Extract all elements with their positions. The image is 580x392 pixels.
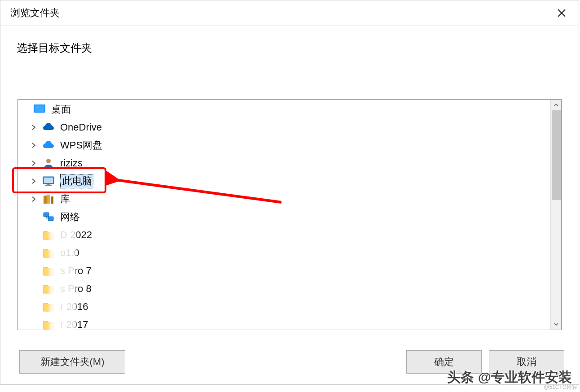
tree-item[interactable]: 此电脑: [18, 172, 550, 190]
dialog-button-row: 新建文件夹(M) 确定 取消: [19, 350, 564, 374]
tree-item-label: r 2017: [60, 319, 88, 330]
folder-icon: [42, 283, 55, 295]
tree-item-label: 网络: [60, 211, 80, 222]
cancel-button[interactable]: 取消: [489, 350, 564, 374]
tree-item[interactable]: 库: [18, 190, 550, 208]
svg-rect-11: [48, 217, 53, 221]
new-folder-label: 新建文件夹(M): [40, 355, 105, 369]
svg-rect-4: [44, 178, 53, 183]
svg-rect-9: [51, 196, 53, 204]
ok-button[interactable]: 确定: [406, 350, 482, 374]
network-icon: [42, 211, 55, 223]
tree-item[interactable]: OneDrive: [18, 118, 550, 136]
svg-rect-8: [47, 195, 50, 204]
folder-icon: [42, 229, 55, 241]
new-folder-button[interactable]: 新建文件夹(M): [19, 350, 125, 374]
scroll-down-button[interactable]: [551, 319, 561, 330]
ok-label: 确定: [434, 355, 454, 369]
svg-rect-10: [44, 213, 49, 217]
cancel-label: 取消: [517, 355, 536, 369]
tree-item[interactable]: 桌面: [18, 100, 550, 118]
tree-item[interactable]: rizizs: [18, 154, 550, 172]
scroll-up-button[interactable]: [551, 100, 561, 110]
browse-folder-dialog: 浏览文件夹 选择目标文件夹 桌面OneDriveWPS网盘rizizs此电脑库网…: [0, 0, 579, 385]
svg-rect-7: [44, 196, 47, 204]
tree-item-label: 此电脑: [62, 175, 92, 187]
tree-item-label: o1.0: [60, 247, 79, 258]
folder-icon: [42, 318, 55, 330]
vertical-scrollbar[interactable]: [550, 100, 561, 330]
tree-item[interactable]: o1.0: [18, 244, 550, 262]
folder-icon: [42, 301, 55, 313]
folder-tree-container: 桌面OneDriveWPS网盘rizizs此电脑库网络D 2022o1.0s P…: [18, 99, 562, 330]
tree-item-label: D 2022: [60, 229, 92, 240]
tree-item-label: rizizs: [60, 157, 83, 169]
tree-item[interactable]: D 2022: [18, 226, 550, 244]
onedrive-icon: [42, 121, 55, 134]
titlebar: 浏览文件夹: [0, 0, 579, 26]
wps-cloud-icon: [42, 139, 55, 152]
instruction-text: 选择目标文件夹: [0, 26, 579, 55]
tree-item-label: r 2016: [60, 301, 88, 312]
expander-chevron-icon[interactable]: [30, 141, 38, 149]
chevron-up-icon: [554, 103, 558, 107]
expander-chevron-icon[interactable]: [30, 177, 38, 185]
expander-chevron-icon[interactable]: [30, 159, 38, 167]
svg-rect-5: [47, 184, 50, 185]
folder-tree[interactable]: 桌面OneDriveWPS网盘rizizs此电脑库网络D 2022o1.0s P…: [18, 100, 550, 330]
svg-point-2: [46, 159, 51, 163]
tree-item[interactable]: r 2017: [18, 316, 550, 330]
close-icon: [558, 9, 566, 17]
folder-icon: [42, 265, 55, 277]
folder-icon: [42, 247, 55, 259]
tree-item[interactable]: WPS网盘: [18, 136, 550, 154]
svg-rect-6: [45, 185, 52, 186]
tree-item-label: WPS网盘: [60, 139, 102, 151]
tree-item[interactable]: s Pro 8: [18, 280, 550, 298]
tree-item-label: OneDrive: [60, 122, 102, 133]
close-button[interactable]: [553, 4, 571, 22]
this-pc-icon: [42, 175, 55, 187]
user-icon: [42, 157, 55, 170]
tree-item[interactable]: s Pro 7: [18, 262, 550, 280]
tree-item-label: s Pro 7: [60, 265, 92, 276]
tree-item[interactable]: 网络: [18, 208, 550, 226]
chevron-down-icon: [554, 322, 558, 327]
tree-item-label: 库: [60, 193, 70, 205]
expander-chevron-icon[interactable]: [30, 123, 38, 131]
tree-item-label: 桌面: [51, 104, 71, 115]
expander-chevron-icon[interactable]: [30, 195, 38, 203]
svg-rect-1: [35, 105, 44, 112]
dialog-title: 浏览文件夹: [10, 6, 60, 20]
desktop-blue-icon: [33, 103, 46, 116]
tree-item-label: s Pro 8: [60, 283, 92, 294]
libraries-icon: [42, 193, 55, 205]
tree-item[interactable]: r 2016: [18, 298, 550, 316]
scroll-thumb[interactable]: [552, 110, 561, 200]
